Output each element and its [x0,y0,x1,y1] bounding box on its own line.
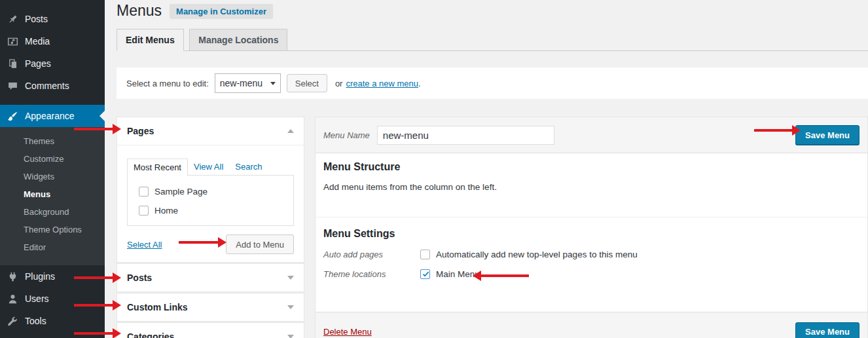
menu-structure-description: Add menu items from the column on the le… [323,182,859,192]
home-checkbox[interactable] [139,206,149,216]
submenu-item-editor[interactable]: Editor [0,238,105,256]
submenu-item-background[interactable]: Background [0,203,105,221]
categories-panel: Categories [117,322,304,338]
menu-name-bar: Menu Name Save Menu [316,117,867,153]
sidebar-item-label: Tools [25,316,46,326]
manage-in-customizer-button[interactable]: Manage in Customizer [170,4,273,19]
expand-arrow-icon[interactable] [287,276,294,280]
sidebar-item-label: Media [25,36,50,47]
checkbox-label[interactable]: Home [154,206,178,216]
select-all-link[interactable]: Select All [127,240,162,250]
menu-select-bar: Select a menu to edit: new-menu Select o… [117,67,868,99]
menu-editor-footer: Delete Menu Save Menu [316,312,867,338]
categories-panel-header[interactable]: Categories [117,323,304,338]
sidebar-item-label: Comments [25,81,69,91]
posts-panel: Posts [117,263,304,292]
dropdown-arrow-icon [270,82,276,85]
tab-edit-menus[interactable]: Edit Menus [117,29,184,51]
main-menu-option-label[interactable]: Main Menu [436,269,480,279]
collapse-arrow-icon[interactable] [287,129,294,133]
menu-select-label: Select a menu to edit: [126,79,209,88]
admin-sidebar: Posts Media Pages Comments Appearance Th… [0,0,105,338]
user-icon [6,292,19,305]
tab-search[interactable]: Search [229,159,268,176]
create-new-menu-link[interactable]: create a new menu [346,79,418,88]
menu-name-input[interactable] [377,126,554,145]
pages-panel-title: Pages [127,126,154,136]
menu-structure-heading: Menu Structure [323,153,859,173]
auto-add-pages-row: Auto add pages Automatically add new top… [323,250,859,259]
menu-editor-body: Menu Structure Add menu items from the c… [316,153,867,312]
section-divider [316,217,867,217]
tab-manage-locations[interactable]: Manage Locations [189,29,287,51]
sidebar-item-media[interactable]: Media [0,30,105,52]
menu-editor-panel: Menu Name Save Menu Menu Structure Add m… [315,117,868,338]
sidebar-item-label: Users [25,293,49,304]
sample-page-checkbox[interactable] [139,187,149,197]
auto-add-pages-checkbox[interactable] [420,250,430,259]
page-checkbox-row[interactable]: Home [134,202,287,219]
custom-links-panel-header[interactable]: Custom Links [117,293,304,321]
submenu-item-themes[interactable]: Themes [0,132,105,150]
sidebar-item-settings[interactable]: Settings [0,332,105,338]
media-icon [6,35,19,48]
sidebar-item-appearance[interactable]: Appearance [0,105,105,127]
select-menu-button[interactable]: Select [287,74,327,92]
submenu-item-theme-options[interactable]: Theme Options [0,221,105,238]
pushpin-icon [6,12,19,26]
save-menu-button-top[interactable]: Save Menu [795,125,859,145]
menu-select-value: new-menu [220,78,262,88]
categories-panel-title: Categories [127,331,174,338]
plug-icon [6,270,19,283]
paintbrush-icon [6,109,19,122]
sentence-period: . [418,79,421,88]
add-to-menu-button[interactable]: Add to Menu [226,235,294,254]
custom-links-panel-title: Custom Links [127,302,188,312]
submenu-item-menus[interactable]: Menus [0,185,105,203]
auto-add-pages-label: Auto add pages [323,250,420,259]
expand-arrow-icon[interactable] [287,305,294,309]
auto-add-pages-option-label[interactable]: Automatically add new top-level pages to… [436,250,638,259]
posts-panel-title: Posts [127,272,152,283]
sidebar-item-pages[interactable]: Pages [0,52,105,75]
checkbox-label[interactable]: Sample Page [154,187,208,197]
save-menu-button-bottom[interactable]: Save Menu [795,322,859,338]
sidebar-item-users[interactable]: Users [0,288,105,310]
or-text: or [335,79,343,88]
sidebar-item-label: Appearance [25,111,75,121]
main-menu-checkbox[interactable] [420,269,430,279]
menu-select-dropdown[interactable]: new-menu [215,73,281,93]
sidebar-item-label: Plugins [25,271,55,282]
theme-locations-row: Theme locations Main Menu [323,269,859,279]
pages-panel-body: Most Recent View All Search Sample Page … [117,145,304,262]
page-title: Menus [117,2,162,20]
page-checkbox-row[interactable]: Sample Page [134,183,287,200]
sidebar-item-tools[interactable]: Tools [0,310,105,332]
tab-view-all[interactable]: View All [188,159,229,176]
tab-most-recent[interactable]: Most Recent [127,159,188,176]
pages-panel-tabs: Most Recent View All Search [127,159,294,176]
expand-arrow-icon[interactable] [287,335,294,338]
menu-item-sources-column: Pages Most Recent View All Search Sample… [117,117,304,338]
theme-locations-label: Theme locations [323,269,420,279]
pages-panel: Pages Most Recent View All Search Sample… [117,117,304,263]
delete-menu-link[interactable]: Delete Menu [323,327,372,337]
comment-bubble-icon [6,79,19,92]
pages-icon [6,57,19,70]
sidebar-item-comments[interactable]: Comments [0,75,105,97]
submenu-item-customize[interactable]: Customize [0,150,105,168]
sidebar-item-label: Pages [25,58,51,69]
menu-editor-column: Menu Name Save Menu Menu Structure Add m… [315,117,868,338]
posts-panel-header[interactable]: Posts [117,264,304,291]
menu-settings-heading: Menu Settings [323,228,859,240]
checkmark-icon [422,271,429,278]
sidebar-item-plugins[interactable]: Plugins [0,265,105,288]
menus-tab-bar: Edit Menus Manage Locations [117,29,868,51]
sidebar-item-posts[interactable]: Posts [0,8,105,30]
appearance-submenu: Themes Customize Widgets Menus Backgroun… [0,127,105,265]
pages-panel-header[interactable]: Pages [117,117,304,145]
menu-name-label: Menu Name [323,130,370,140]
pages-checklist: Sample Page Home [127,175,294,226]
main-content: Menus Manage in Customizer Edit Menus Ma… [105,0,868,338]
submenu-item-widgets[interactable]: Widgets [0,168,105,185]
